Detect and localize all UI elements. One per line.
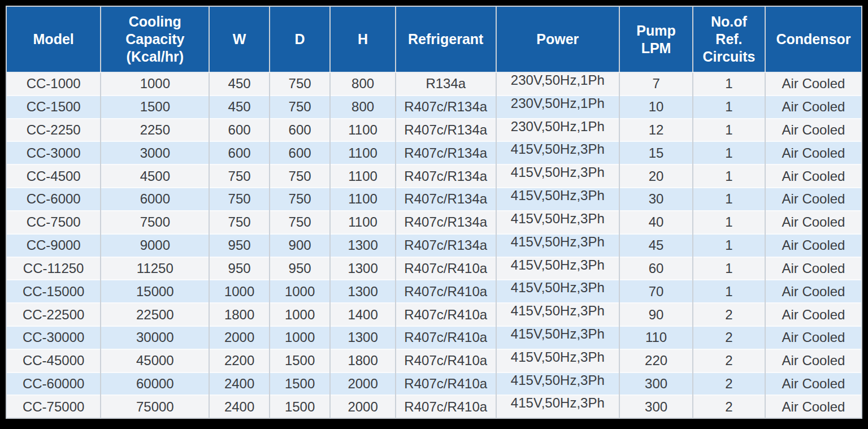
table-row-cc-1000: CC-10001000450750800R134a230V,50Hz,1Ph71… (7, 72, 861, 96)
cell-power: 230V,50Hz,1Ph (496, 72, 619, 96)
cell-d: 1500 (270, 395, 330, 418)
cell-power: 415V,50Hz,3Ph (496, 395, 619, 418)
cell-cooling-capacity: 60000 (101, 372, 209, 396)
cell-condensor: Air Cooled (765, 349, 861, 372)
cell-h: 1100 (330, 164, 396, 188)
cell-pump-lpm: 20 (619, 164, 693, 188)
cell-w: 950 (209, 234, 270, 257)
cell-cooling-capacity: 4500 (101, 164, 209, 188)
table-row-cc-9000: CC-900090009509001300R407c/R134a415V,50H… (7, 234, 861, 257)
cell-h: 1400 (330, 303, 396, 326)
cell-h: 2000 (330, 372, 396, 396)
table-row-cc-1500: CC-15001500450750800R407c/R134a230V,50Hz… (7, 96, 861, 119)
cell-h: 800 (330, 96, 396, 119)
cell-h: 1100 (330, 211, 396, 234)
cell-cooling-capacity: 9000 (101, 234, 209, 257)
cell-ref-circuits: 2 (693, 395, 765, 418)
cell-power: 415V,50Hz,3Ph (496, 303, 619, 326)
cell-model: CC-6000 (7, 188, 101, 211)
table-row-cc-45000: CC-4500045000220015001800R407c/R410a415V… (7, 349, 861, 372)
cell-d: 1000 (270, 326, 330, 349)
cell-refrigerant: R407c/R410a (396, 349, 496, 372)
cell-pump-lpm: 15 (619, 141, 693, 164)
cell-model: CC-30000 (7, 326, 101, 349)
cell-ref-circuits: 1 (693, 96, 765, 119)
cell-w: 750 (209, 164, 270, 188)
cell-pump-lpm: 300 (619, 372, 693, 396)
cell-model: CC-3000 (7, 141, 101, 164)
cell-condensor: Air Cooled (765, 72, 861, 96)
column-header-refrigerant: Refrigerant (396, 7, 496, 72)
cell-h: 1100 (330, 141, 396, 164)
cell-pump-lpm: 30 (619, 188, 693, 211)
table-row-cc-22500: CC-2250022500180010001400R407c/R410a415V… (7, 303, 861, 326)
cell-cooling-capacity: 7500 (101, 211, 209, 234)
cell-model: CC-7500 (7, 211, 101, 234)
table-row-cc-60000: CC-6000060000240015002000R407c/R410a415V… (7, 372, 861, 396)
cell-cooling-capacity: 1000 (101, 72, 209, 96)
cell-cooling-capacity: 11250 (101, 257, 209, 280)
cell-model: CC-15000 (7, 280, 101, 303)
cell-power: 415V,50Hz,3Ph (496, 257, 619, 280)
cell-h: 1100 (330, 119, 396, 142)
cell-power: 415V,50Hz,3Ph (496, 349, 619, 372)
cell-w: 750 (209, 211, 270, 234)
cell-w: 450 (209, 96, 270, 119)
cell-pump-lpm: 110 (619, 326, 693, 349)
column-header-power: Power (496, 7, 619, 72)
cell-refrigerant: R407c/R410a (396, 257, 496, 280)
cell-w: 2400 (209, 372, 270, 396)
cell-power: 415V,50Hz,3Ph (496, 141, 619, 164)
table-row-cc-4500: CC-450045007507501100R407c/R134a415V,50H… (7, 164, 861, 188)
cell-ref-circuits: 1 (693, 164, 765, 188)
cell-ref-circuits: 1 (693, 72, 765, 96)
cell-refrigerant: R407c/R410a (396, 303, 496, 326)
cell-condensor: Air Cooled (765, 164, 861, 188)
cell-ref-circuits: 2 (693, 303, 765, 326)
cell-w: 2400 (209, 395, 270, 418)
cell-pump-lpm: 70 (619, 280, 693, 303)
cell-w: 2000 (209, 326, 270, 349)
cell-h: 1800 (330, 349, 396, 372)
cell-condensor: Air Cooled (765, 303, 861, 326)
cell-model: CC-22500 (7, 303, 101, 326)
cell-d: 750 (270, 72, 330, 96)
cell-w: 750 (209, 188, 270, 211)
cell-ref-circuits: 2 (693, 326, 765, 349)
cell-pump-lpm: 12 (619, 119, 693, 142)
cell-condensor: Air Cooled (765, 119, 861, 142)
column-header-pump-lpm: Pump LPM (619, 7, 693, 72)
cell-w: 600 (209, 119, 270, 142)
table-row-cc-75000: CC-7500075000240015002000R407c/R410a415V… (7, 395, 861, 418)
cell-cooling-capacity: 75000 (101, 395, 209, 418)
cell-ref-circuits: 1 (693, 257, 765, 280)
cell-condensor: Air Cooled (765, 211, 861, 234)
cell-power: 415V,50Hz,3Ph (496, 188, 619, 211)
cell-d: 1500 (270, 372, 330, 396)
cell-ref-circuits: 1 (693, 234, 765, 257)
cell-w: 450 (209, 72, 270, 96)
cell-condensor: Air Cooled (765, 395, 861, 418)
cell-refrigerant: R407c/R134a (396, 211, 496, 234)
cell-refrigerant: R407c/R410a (396, 395, 496, 418)
cell-pump-lpm: 7 (619, 72, 693, 96)
spec-table-frame: ModelCooling Capacity (Kcal/hr)WDHRefrig… (6, 6, 862, 419)
cell-model: CC-60000 (7, 372, 101, 396)
cell-refrigerant: R407c/R134a (396, 119, 496, 142)
cell-model: CC-75000 (7, 395, 101, 418)
column-header-ref-circuits: No.of Ref. Circuits (693, 7, 765, 72)
column-header-d: D (270, 7, 330, 72)
cell-cooling-capacity: 22500 (101, 303, 209, 326)
cell-condensor: Air Cooled (765, 234, 861, 257)
cell-d: 750 (270, 211, 330, 234)
cell-refrigerant: R407c/R410a (396, 280, 496, 303)
column-header-cooling-capacity: Cooling Capacity (Kcal/hr) (101, 7, 209, 72)
cell-condensor: Air Cooled (765, 96, 861, 119)
cell-ref-circuits: 1 (693, 211, 765, 234)
cell-cooling-capacity: 3000 (101, 141, 209, 164)
cell-model: CC-9000 (7, 234, 101, 257)
cell-pump-lpm: 40 (619, 211, 693, 234)
cell-d: 950 (270, 257, 330, 280)
cell-refrigerant: R134a (396, 72, 496, 96)
cell-power: 230V,50Hz,1Ph (496, 119, 619, 142)
